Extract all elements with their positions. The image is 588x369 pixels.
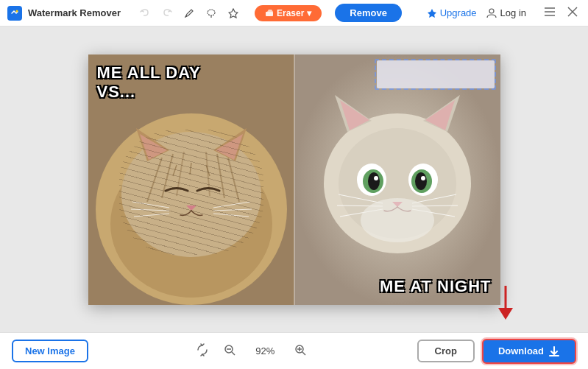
new-image-button[interactable]: New Image [12, 340, 88, 362]
bottom-bar: New Image 92% [0, 332, 588, 369]
login-button[interactable]: Log in [486, 7, 526, 19]
svg-line-19 [228, 158, 239, 202]
title-bar-left: Watermark Remover [7, 4, 427, 23]
download-arrow-indicator [494, 286, 517, 326]
download-label: Download [498, 345, 544, 356]
eraser-button[interactable]: Eraser ▾ [255, 5, 322, 21]
svg-point-12 [110, 150, 272, 298]
bottom-left: New Image [12, 340, 88, 362]
svg-line-28 [206, 165, 210, 176]
svg-line-24 [213, 209, 252, 211]
svg-line-26 [173, 165, 177, 176]
title-bar-right: Upgrade Log in [427, 5, 581, 21]
lasso-tool-button[interactable] [202, 4, 221, 23]
window-controls [541, 5, 581, 21]
svg-point-47 [361, 198, 434, 242]
app-title: Watermark Remover [28, 7, 121, 18]
svg-point-4 [489, 9, 494, 13]
svg-point-1 [16, 10, 18, 12]
svg-line-52 [302, 352, 305, 355]
crop-button[interactable]: Crop [417, 340, 475, 362]
app-icon [7, 6, 22, 21]
svg-point-35 [368, 172, 380, 190]
svg-line-18 [217, 154, 224, 198]
svg-line-22 [134, 214, 169, 217]
svg-line-27 [190, 163, 191, 175]
svg-rect-3 [266, 12, 273, 16]
remove-button[interactable]: Remove [335, 4, 402, 22]
svg-point-40 [421, 176, 425, 180]
meme-image: ME ALL DAY VS... ME AT NIGHT [88, 55, 500, 305]
pen-tool-button[interactable] [180, 4, 199, 23]
redo-button[interactable] [157, 4, 177, 23]
panel-divider [294, 55, 295, 305]
svg-line-16 [177, 152, 184, 196]
close-button[interactable] [564, 5, 581, 21]
image-container[interactable]: ME ALL DAY VS... ME AT NIGHT [88, 55, 500, 305]
zoom-level-display: 92% [250, 345, 280, 356]
svg-point-39 [415, 172, 427, 190]
svg-point-36 [374, 176, 378, 180]
remove-label: Remove [350, 7, 387, 18]
upgrade-label: Upgrade [440, 7, 477, 18]
download-button[interactable]: Download [482, 339, 576, 364]
svg-line-20 [132, 202, 169, 208]
eraser-dropdown-icon: ▾ [307, 8, 311, 18]
login-label: Log in [500, 7, 526, 18]
toolbar-icons [135, 4, 243, 23]
menu-button[interactable] [541, 5, 559, 21]
meme-text-bottom-right: ME AT NIGHT [380, 277, 492, 296]
svg-line-15 [162, 154, 173, 198]
meme-text-top-left: ME ALL DAY VS... [97, 63, 244, 102]
svg-line-17 [206, 152, 210, 196]
upgrade-button[interactable]: Upgrade [427, 7, 477, 18]
svg-point-13 [121, 132, 261, 257]
pin-tool-button[interactable] [224, 4, 243, 23]
title-bar: Watermark Remover [0, 0, 588, 27]
download-icon [548, 345, 560, 357]
svg-line-49 [232, 352, 235, 355]
svg-line-14 [147, 158, 162, 202]
svg-line-25 [213, 214, 249, 217]
zoom-out-button[interactable] [221, 341, 238, 362]
bottom-center-controls: 92% [88, 341, 417, 362]
zoom-in-button[interactable] [291, 341, 309, 362]
svg-point-2 [208, 10, 215, 15]
undo-button[interactable] [135, 4, 155, 23]
watermark-removed-area [377, 60, 495, 88]
eraser-label: Eraser [277, 8, 304, 18]
bottom-right-controls: Crop Download [417, 339, 576, 364]
right-cat-panel [294, 55, 500, 305]
svg-line-21 [131, 209, 169, 211]
rotate-button[interactable] [196, 343, 209, 359]
svg-line-23 [213, 202, 250, 208]
